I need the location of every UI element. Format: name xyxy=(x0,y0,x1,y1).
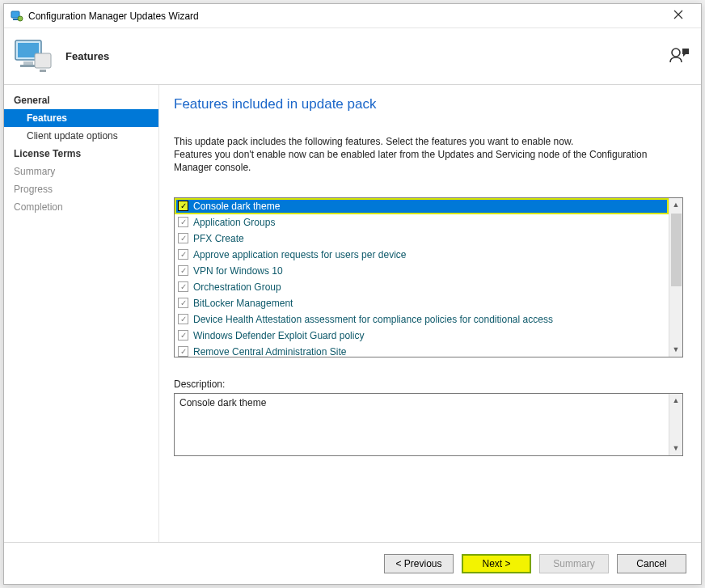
feature-checkbox[interactable]: ✓ xyxy=(178,233,188,243)
banner-title: Features xyxy=(65,50,109,62)
svg-rect-7 xyxy=(23,61,33,65)
footer: < Previous Next > Summary Cancel xyxy=(4,542,701,584)
feature-row[interactable]: ✓Remove Central Administration Site xyxy=(175,344,669,357)
svg-rect-10 xyxy=(40,70,46,72)
feature-checkbox[interactable]: ✓ xyxy=(178,201,188,211)
feature-label: Device Health Attestation assessment for… xyxy=(193,314,553,325)
feature-label: PFX Create xyxy=(193,233,244,244)
description-text: Console dark theme xyxy=(175,394,669,455)
scroll-up-icon[interactable]: ▲ xyxy=(669,198,682,212)
feature-row[interactable]: ✓Windows Defender Exploit Guard policy xyxy=(175,328,669,344)
nav-item-license-terms[interactable]: License Terms xyxy=(4,145,158,163)
feature-checkbox[interactable]: ✓ xyxy=(178,249,188,260)
feature-label: VPN for Windows 10 xyxy=(193,265,283,277)
feature-row[interactable]: ✓VPN for Windows 10 xyxy=(175,263,669,279)
feature-row[interactable]: ✓Approve application requests for users … xyxy=(175,247,669,263)
close-icon xyxy=(673,10,683,22)
feature-checkbox[interactable]: ✓ xyxy=(178,298,188,308)
features-list: ✓Console dark theme✓Application Groups✓P… xyxy=(175,198,669,357)
feature-checkbox[interactable]: ✓ xyxy=(178,281,188,292)
title-bar: Configuration Manager Updates Wizard xyxy=(4,4,701,28)
feature-label: Approve application requests for users p… xyxy=(193,249,406,260)
main-panel: Features included in update pack This up… xyxy=(159,85,701,542)
feedback-button[interactable] xyxy=(669,46,690,66)
scroll-thumb[interactable] xyxy=(671,214,682,286)
wizard-body: GeneralFeaturesClient update optionsLice… xyxy=(4,85,701,542)
banner: Features xyxy=(4,28,701,85)
feature-row[interactable]: ✓PFX Create xyxy=(175,231,669,247)
feature-checkbox[interactable]: ✓ xyxy=(178,265,188,276)
feature-label: Remove Central Administration Site xyxy=(193,346,346,357)
svg-rect-9 xyxy=(35,53,51,68)
close-button[interactable] xyxy=(662,5,694,27)
window-title: Configuration Manager Updates Wizard xyxy=(28,11,199,22)
description-box: Console dark theme ▲ ▼ xyxy=(174,393,683,456)
svg-point-11 xyxy=(672,49,680,57)
features-listbox[interactable]: ✓Console dark theme✓Application Groups✓P… xyxy=(174,197,683,357)
feature-checkbox[interactable]: ✓ xyxy=(178,217,188,227)
svg-rect-1 xyxy=(13,19,18,20)
summary-button: Summary xyxy=(539,554,609,573)
feature-row[interactable]: ✓Application Groups xyxy=(175,214,669,231)
feature-row[interactable]: ✓Device Health Attestation assessment fo… xyxy=(175,311,669,328)
page-heading: Features included in update pack xyxy=(174,96,683,112)
feature-checkbox[interactable]: ✓ xyxy=(178,314,188,324)
scroll-down-icon[interactable]: ▼ xyxy=(669,343,682,357)
cancel-button[interactable]: Cancel xyxy=(617,554,686,573)
feature-row[interactable]: ✓Console dark theme xyxy=(175,198,669,214)
nav-item-general[interactable]: General xyxy=(4,91,158,109)
feature-label: Orchestration Group xyxy=(193,281,281,293)
scrollbar[interactable]: ▲ ▼ xyxy=(669,198,682,357)
nav-item-progress[interactable]: Progress xyxy=(4,180,158,198)
feature-checkbox[interactable]: ✓ xyxy=(178,346,188,357)
nav-item-features[interactable]: Features xyxy=(4,109,158,127)
previous-button[interactable]: < Previous xyxy=(384,554,454,573)
svg-rect-8 xyxy=(20,65,36,67)
feature-row[interactable]: ✓BitLocker Management xyxy=(175,295,669,311)
scroll-down-icon[interactable]: ▼ xyxy=(669,442,682,455)
nav-sidebar: GeneralFeaturesClient update optionsLice… xyxy=(4,85,159,542)
feature-row[interactable]: ✓Orchestration Group xyxy=(175,279,669,295)
feature-label: Windows Defender Exploit Guard policy xyxy=(193,330,364,341)
scroll-up-icon[interactable]: ▲ xyxy=(669,394,682,408)
feature-label: Console dark theme xyxy=(193,201,280,212)
intro-text: This update pack includes the following … xyxy=(174,135,667,175)
wizard-window: Configuration Manager Updates Wizard Fea… xyxy=(3,3,702,585)
nav-item-completion[interactable]: Completion xyxy=(4,198,158,216)
desc-scrollbar[interactable]: ▲ ▼ xyxy=(669,394,682,455)
svg-point-2 xyxy=(18,16,23,21)
nav-item-summary[interactable]: Summary xyxy=(4,163,158,180)
cm-wizard-icon xyxy=(11,10,23,23)
feature-label: Application Groups xyxy=(193,217,275,228)
description-label: Description: xyxy=(174,379,683,390)
monitor-icon xyxy=(12,36,54,78)
feature-checkbox[interactable]: ✓ xyxy=(178,330,188,341)
nav-item-client-update-options[interactable]: Client update options xyxy=(4,127,158,145)
feedback-icon xyxy=(669,55,690,66)
feature-label: BitLocker Management xyxy=(193,298,293,309)
next-button[interactable]: Next > xyxy=(462,554,531,573)
